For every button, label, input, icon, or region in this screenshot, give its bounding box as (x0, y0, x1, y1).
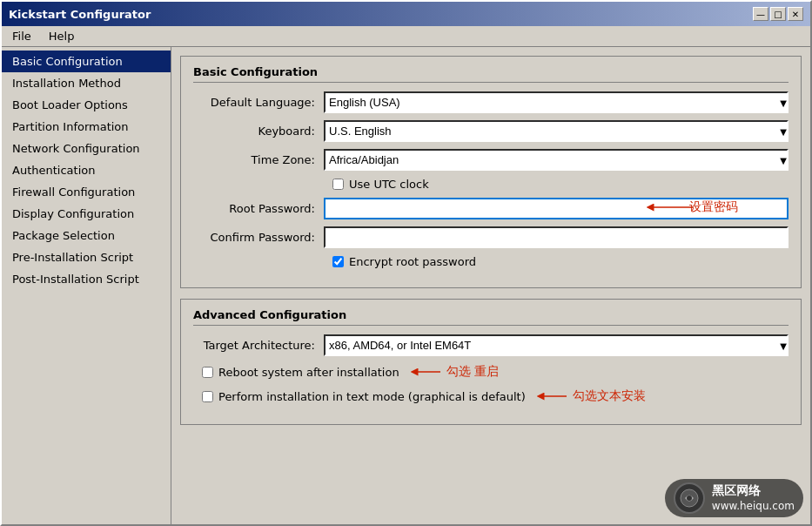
target-arch-label: Target Architecture: (193, 339, 324, 352)
reboot-annotation-arrow (410, 363, 445, 381)
root-password-row: Root Password: (193, 198, 789, 219)
timezone-select[interactable]: Africa/Abidjan America/New_York (324, 149, 789, 171)
reboot-checkbox[interactable] (202, 367, 213, 378)
minimize-button[interactable]: — (753, 7, 768, 21)
keyboard-label: Keyboard: (193, 125, 324, 138)
reboot-annotation: 勾选 重启 (446, 364, 499, 380)
basic-config-title: Basic Configuration (193, 65, 789, 83)
sidebar-item-bootloader[interactable]: Boot Loader Options (2, 94, 171, 116)
watermark-text: 黑区网络 www.heiqu.com (712, 482, 795, 514)
text-mode-annotation-arrow (536, 388, 571, 405)
confirm-password-row: Confirm Password: (193, 226, 789, 248)
titlebar: Kickstart Configurator — □ ✕ (2, 2, 810, 26)
confirm-password-label: Confirm Password: (193, 231, 324, 244)
timezone-row: Time Zone: Africa/Abidjan America/New_Yo… (193, 149, 789, 171)
watermark-site: 黑区网络 (712, 482, 795, 500)
default-language-label: Default Language: (193, 96, 324, 109)
menu-file[interactable]: File (5, 28, 38, 44)
reboot-label[interactable]: Reboot system after installation (218, 366, 399, 379)
utc-clock-label[interactable]: Use UTC clock (349, 178, 429, 191)
sidebar-item-installation[interactable]: Installation Method (2, 72, 171, 94)
default-language-select[interactable]: English (USA) Chinese (Simplified) Frenc… (324, 91, 789, 113)
basic-config-section: Basic Configuration Default Language: En… (180, 56, 802, 288)
close-button[interactable]: ✕ (788, 7, 803, 21)
main-panel: Basic Configuration Default Language: En… (171, 47, 810, 524)
timezone-label: Time Zone: (193, 153, 324, 166)
reboot-row: Reboot system after installation 勾选 重启 (193, 363, 789, 381)
sidebar-item-display[interactable]: Display Configuration (2, 203, 171, 225)
sidebar-item-firewall[interactable]: Firewall Configuration (2, 181, 171, 203)
target-arch-select-wrapper: x86, AMD64, or Intel EM64T x86 AMD64 ▼ (324, 334, 789, 356)
watermark-logo-icon (680, 489, 699, 508)
menubar: File Help (2, 26, 810, 47)
window-title: Kickstart Configurator (9, 8, 151, 21)
watermark: 黑区网络 www.heiqu.com (665, 479, 803, 517)
main-window: Kickstart Configurator — □ ✕ File Help B… (0, 0, 812, 526)
encrypt-password-row: Encrypt root password (193, 255, 789, 268)
target-arch-select[interactable]: x86, AMD64, or Intel EM64T x86 AMD64 (324, 334, 789, 356)
text-mode-label[interactable]: Perform installation in text mode (graph… (218, 390, 526, 403)
root-password-label: Root Password: (193, 202, 324, 215)
sidebar-item-pre-install[interactable]: Pre-Installation Script (2, 246, 171, 268)
text-install-annotation: 勾选文本安装 (573, 388, 646, 404)
menu-help[interactable]: Help (42, 28, 82, 44)
confirm-password-control (324, 226, 789, 248)
default-language-row: Default Language: English (USA) Chinese … (193, 91, 789, 113)
default-language-select-wrapper: English (USA) Chinese (Simplified) Frenc… (324, 91, 789, 113)
keyboard-select[interactable]: U.S. English Chinese (324, 120, 789, 142)
keyboard-row: Keyboard: U.S. English Chinese ▼ (193, 120, 789, 142)
content-area: Basic Configuration Installation Method … (2, 47, 810, 524)
keyboard-control: U.S. English Chinese ▼ (324, 120, 789, 142)
default-language-control: English (USA) Chinese (Simplified) Frenc… (324, 91, 789, 113)
sidebar-item-authentication[interactable]: Authentication (2, 159, 171, 181)
root-password-control (324, 198, 789, 219)
sidebar-item-post-install[interactable]: Post-Installation Script (2, 268, 171, 290)
advanced-config-title: Advanced Configuration (193, 308, 789, 326)
target-arch-control: x86, AMD64, or Intel EM64T x86 AMD64 ▼ (324, 334, 789, 356)
text-mode-checkbox[interactable] (202, 391, 213, 402)
watermark-url: www.heiqu.com (712, 499, 795, 514)
maximize-button[interactable]: □ (770, 7, 786, 21)
encrypt-password-checkbox[interactable] (332, 256, 344, 267)
sidebar-item-packages[interactable]: Package Selection (2, 225, 171, 246)
root-password-input[interactable] (324, 198, 789, 219)
watermark-icon (674, 482, 705, 514)
sidebar-item-partition[interactable]: Partition Information (2, 116, 171, 138)
timezone-control: Africa/Abidjan America/New_York ▼ (324, 149, 789, 171)
confirm-password-input[interactable] (324, 226, 789, 248)
text-mode-row: Perform installation in text mode (graph… (193, 388, 789, 405)
sidebar-item-network[interactable]: Network Configuration (2, 138, 171, 159)
svg-point-4 (687, 496, 692, 501)
target-arch-row: Target Architecture: x86, AMD64, or Inte… (193, 334, 789, 356)
advanced-config-section: Advanced Configuration Target Architectu… (180, 299, 802, 425)
timezone-select-wrapper: Africa/Abidjan America/New_York ▼ (324, 149, 789, 171)
sidebar-item-basic[interactable]: Basic Configuration (2, 51, 171, 72)
sidebar: Basic Configuration Installation Method … (2, 47, 171, 524)
utc-clock-checkbox[interactable] (332, 179, 344, 190)
encrypt-password-label[interactable]: Encrypt root password (349, 255, 476, 268)
titlebar-buttons: — □ ✕ (753, 7, 803, 21)
utc-clock-row: Use UTC clock (193, 178, 789, 191)
keyboard-select-wrapper: U.S. English Chinese ▼ (324, 120, 789, 142)
